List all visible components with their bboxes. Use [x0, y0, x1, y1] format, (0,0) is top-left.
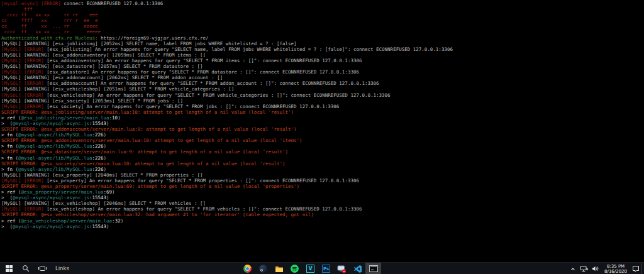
tray-overflow-button[interactable]	[568, 263, 578, 274]
console-line: > fn (@mysql-async/lib/MySQL.lua:226)	[1, 167, 644, 172]
computer-notification-app-icon	[337, 265, 347, 273]
console-line: cc ff xx ... rr eeeee	[1, 23, 644, 29]
vegas-icon: V	[306, 265, 314, 273]
task-view-icon	[38, 265, 47, 272]
chevron-up-icon	[570, 266, 576, 272]
console-line: [MySQL] [WARNING] [esx_addonaccount] [20…	[1, 75, 644, 80]
console-line: cccc ff xx xx rr rr eee	[1, 12, 644, 18]
photoshop-taskbar-button[interactable]: Ps	[318, 263, 334, 274]
console-line: > fn (@mysql-async/lib/MySQL.lua:226)	[1, 155, 644, 161]
console-line: fff	[1, 6, 644, 12]
clock-time: 8:35 PM	[604, 264, 627, 269]
console-line: cccc ff xx xx ... rr eeeee	[1, 29, 644, 35]
console-line: [MySQL] [ERROR] [esx_addoninventory] An …	[1, 58, 644, 63]
links-toolbar-label: Links	[55, 265, 69, 271]
console-line: SCRIPT ERROR: @esx_datastore/server/main…	[1, 149, 644, 155]
file-explorer-taskbar-button[interactable]	[271, 263, 287, 274]
console-line: [MySQL] [WARNING] [esx_joblisting] [2052…	[1, 41, 644, 47]
console-line: SCRIPT ERROR: @esx_society/server/main.l…	[1, 161, 644, 167]
remote-computer-taskbar-button[interactable]	[334, 263, 350, 274]
console-line: > fn (@mysql-async/lib/MySQL.lua:226)	[1, 143, 644, 149]
photoshop-icon: Ps	[322, 265, 330, 273]
speaker-icon	[592, 265, 599, 272]
console-line: SCRIPT ERROR: @esx_addonaccount/server/m…	[1, 126, 644, 132]
file-explorer-icon	[275, 265, 284, 273]
volume-tray-button[interactable]	[590, 263, 601, 274]
console-line: > fn (@mysql-async/lib/MySQL.lua:226)	[1, 132, 644, 138]
task-view-button[interactable]	[34, 263, 50, 274]
chrome-icon	[243, 265, 252, 273]
vegas-taskbar-button[interactable]: V	[303, 263, 318, 274]
spotify-icon	[291, 265, 299, 273]
spotify-taskbar-button[interactable]	[287, 263, 303, 274]
console-line: [MySQL] [ERROR] [esx_addonaccount] An er…	[1, 80, 644, 86]
console-line: SCRIPT ERROR: @esx_vehicleshop/server/ma…	[1, 212, 644, 217]
console-line: [MySQL] [WARNING] [esx_datastore] [2057m…	[1, 63, 644, 69]
action-center-icon	[632, 265, 640, 273]
console-line: SCRIPT ERROR: @esx_property/server/main.…	[1, 184, 644, 189]
search-button[interactable]	[18, 263, 34, 274]
console-line: [MySQL] [ERROR] [esx_society] An error h…	[1, 104, 644, 109]
console-line: [mysql-async] [ERROR] connect ECONNREFUS…	[1, 1, 644, 6]
vscode-taskbar-button[interactable]	[350, 263, 365, 274]
network-tray-button[interactable]	[578, 263, 590, 274]
clock[interactable]: 8:35 PM 8/16/2020	[601, 263, 630, 274]
windows-logo-icon	[6, 265, 13, 272]
console-line: > (@mysql-async/mysql-async.js:15543)	[1, 121, 644, 126]
links-toolbar[interactable]: Links	[50, 263, 74, 274]
vscode-icon	[353, 265, 362, 273]
console-output: [mysql-async] [ERROR] connect ECONNREFUS…	[1, 1, 644, 229]
steam-icon	[259, 265, 267, 273]
chrome-taskbar-button[interactable]	[240, 263, 255, 274]
console-line: > ref (@esx_property/server/main.lua:69)	[1, 189, 644, 195]
console-line: cc ffff xx rrr r ee e	[1, 18, 644, 23]
console-taskbar-button-active[interactable]	[365, 263, 381, 274]
console-line: [MySQL] [WARNING] [esx_vehicleshop] [205…	[1, 86, 644, 92]
console-line: SCRIPT ERROR: @esx_joblisting/server/mai…	[1, 109, 644, 115]
console-line: [MySQL] [WARNING] [esx_addoninventory] […	[1, 52, 644, 58]
console-line: [MySQL] [ERROR] [esx_vehicleshop] An err…	[1, 92, 644, 98]
server-console-window[interactable]: [mysql-async] [ERROR] connect ECONNREFUS…	[0, 0, 644, 262]
taskbar: Links V Ps	[0, 262, 644, 274]
console-line: Authenticated with cfx.re Nucleus: https…	[1, 35, 644, 41]
console-line: [MySQL] [ERROR] [esx_vehicleshop] An err…	[1, 206, 644, 212]
console-line: > (@mysql-async/mysql-async.js:15543)	[1, 195, 644, 200]
console-line: SCRIPT ERROR: @esx_addoninventory/server…	[1, 138, 644, 143]
console-line: > (@mysql-async/mysql-async.js:15543)	[1, 224, 644, 229]
system-tray: 8:35 PM 8/16/2020	[568, 263, 644, 274]
clock-date: 8/16/2020	[604, 269, 627, 274]
ethernet-network-icon	[580, 265, 588, 272]
action-center-button[interactable]	[630, 263, 641, 274]
search-icon	[22, 265, 30, 272]
console-line: [MySQL] [ERROR] [esx_property] An error …	[1, 178, 644, 184]
show-desktop-button[interactable]	[641, 263, 644, 274]
command-prompt-icon	[369, 265, 378, 272]
console-line: [MySQL] [WARNING] [esx_society] [2053ms]…	[1, 98, 644, 104]
steam-taskbar-button[interactable]	[255, 263, 271, 274]
console-line: > ref (@esx_vehicleshop/server/main.lua:…	[1, 218, 644, 224]
start-button[interactable]	[0, 263, 18, 274]
console-line: [MySQL] [ERROR] [esx_datastore] An error…	[1, 69, 644, 75]
taskbar-app-icons: V Ps	[240, 263, 381, 274]
console-line: [MySQL] [WARNING] [esx_property] [2040ms…	[1, 172, 644, 178]
console-line: > ref (@esx_joblisting/server/main.lua:1…	[1, 115, 644, 121]
console-line: [MySQL] [ERROR] [esx_joblisting] An erro…	[1, 47, 644, 52]
console-line: [MySQL] [WARNING] [esx_vehicleshop] [204…	[1, 200, 644, 206]
